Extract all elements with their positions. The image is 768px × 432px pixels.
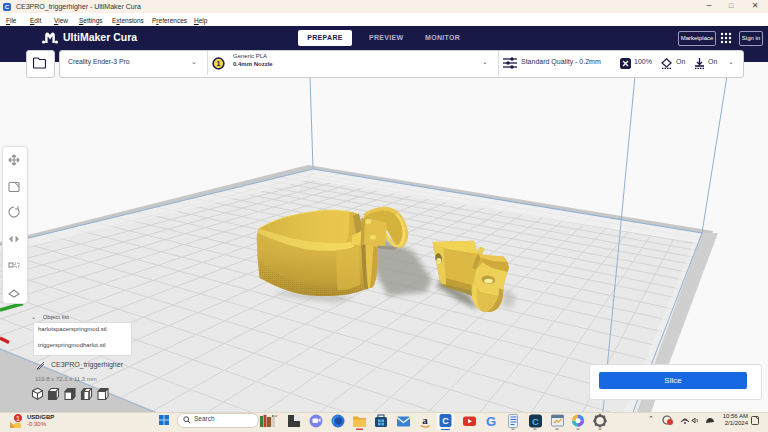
svg-text:a: a [422,414,428,426]
svg-text:G: G [486,414,496,429]
svg-text:C: C [442,416,449,426]
svg-text:C: C [532,416,539,427]
svg-text:1: 1 [217,60,221,67]
svg-text:1: 1 [16,415,20,422]
